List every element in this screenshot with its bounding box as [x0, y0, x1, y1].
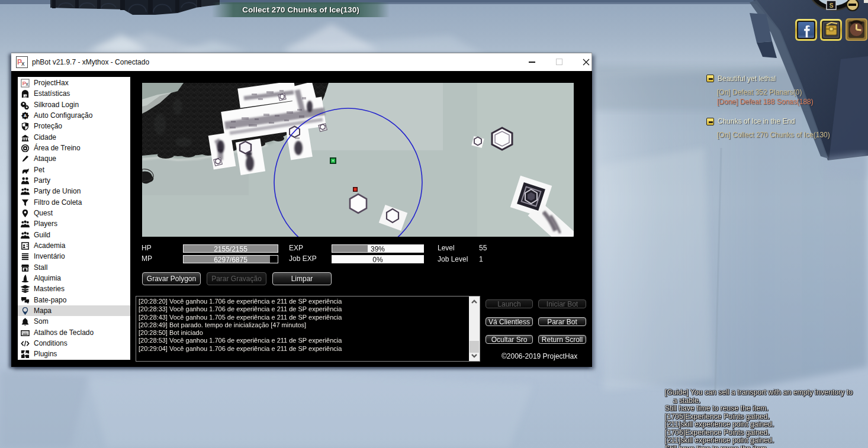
svg-text:x: x	[21, 60, 25, 67]
svg-text:A: A	[24, 113, 27, 118]
svg-text:S: S	[830, 2, 834, 9]
